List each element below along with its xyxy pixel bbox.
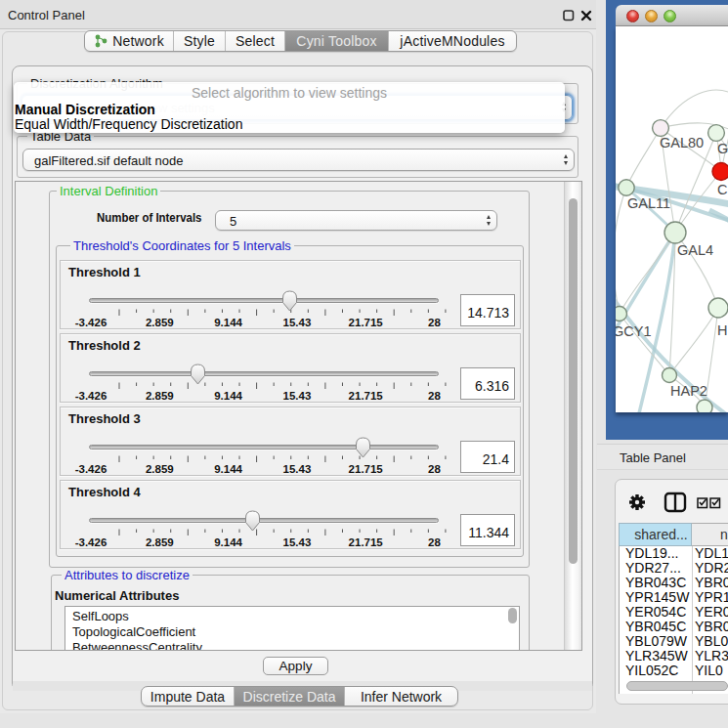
svg-text:H: H xyxy=(717,322,727,338)
svg-text:GAL11: GAL11 xyxy=(627,195,670,211)
svg-text:GAL4: GAL4 xyxy=(677,242,713,258)
svg-text:GCY1: GCY1 xyxy=(616,323,652,339)
svg-text:C: C xyxy=(717,182,727,197)
svg-text:GA: GA xyxy=(717,141,728,156)
svg-text:HAP2: HAP2 xyxy=(670,383,707,399)
svg-text:GAL80: GAL80 xyxy=(660,135,704,150)
